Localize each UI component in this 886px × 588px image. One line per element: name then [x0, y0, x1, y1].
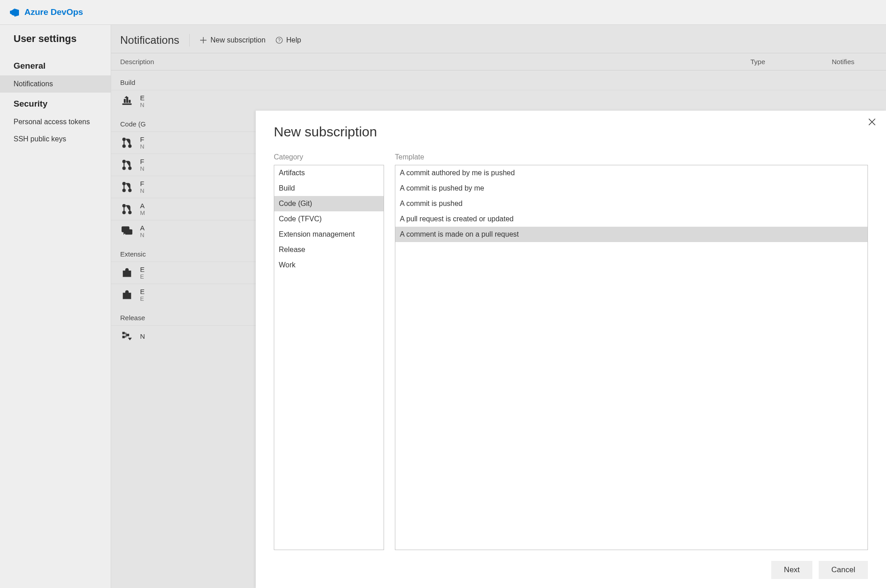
- dialog-footer: Next Cancel: [274, 550, 868, 579]
- row-subtitle: N: [140, 232, 145, 238]
- svg-rect-17: [122, 336, 124, 338]
- template-option[interactable]: A commit is pushed: [395, 196, 867, 211]
- svg-point-3: [123, 145, 125, 147]
- sidebar: User settings General Notifications Secu…: [0, 25, 111, 588]
- row-subtitle: N: [140, 102, 145, 108]
- row-title: F: [140, 180, 144, 187]
- plus-icon: [200, 37, 207, 44]
- col-type: Type: [750, 58, 832, 65]
- product-logo[interactable]: Azure DevOps: [9, 7, 83, 18]
- template-column-label: Template: [395, 153, 424, 161]
- cancel-button[interactable]: Cancel: [819, 561, 868, 579]
- sidebar-item-notifications[interactable]: Notifications: [0, 75, 111, 93]
- product-name: Azure DevOps: [24, 7, 83, 17]
- category-option[interactable]: Work: [274, 257, 384, 273]
- svg-point-9: [123, 189, 125, 191]
- col-description: Description: [120, 58, 750, 65]
- page-header: Notifications New subscription ? Help: [111, 25, 886, 53]
- notification-row[interactable]: EN: [111, 90, 886, 112]
- svg-rect-18: [127, 334, 129, 336]
- row-subtitle: E: [140, 273, 145, 280]
- build-icon: [120, 94, 134, 108]
- row-subtitle: M: [140, 210, 145, 216]
- top-header: Azure DevOps: [0, 0, 886, 25]
- sidebar-item-pat[interactable]: Personal access tokens: [0, 113, 111, 131]
- row-title: E: [140, 94, 145, 102]
- template-option[interactable]: A pull request is created or updated: [395, 211, 867, 227]
- svg-point-10: [129, 189, 131, 191]
- row-title: N: [140, 332, 145, 340]
- pr-icon: [120, 202, 134, 216]
- category-option[interactable]: Code (Git): [274, 196, 384, 211]
- svg-rect-15: [126, 230, 132, 234]
- row-title: F: [140, 135, 144, 143]
- template-listbox[interactable]: A commit authored by me is pushedA commi…: [395, 165, 868, 550]
- sidebar-title: User settings: [0, 33, 111, 55]
- help-button[interactable]: ? Help: [276, 36, 301, 44]
- category-option[interactable]: Code (TFVC): [274, 211, 384, 227]
- row-title: A: [140, 202, 145, 210]
- next-button[interactable]: Next: [771, 561, 812, 579]
- row-subtitle: N: [140, 187, 144, 194]
- svg-point-13: [129, 211, 131, 214]
- category-option[interactable]: Release: [274, 242, 384, 257]
- dialog-close-button[interactable]: [868, 118, 876, 128]
- new-subscription-dialog: New subscription Category Template Artif…: [256, 111, 886, 588]
- bag-icon: [120, 288, 134, 302]
- row-subtitle: N: [140, 143, 144, 150]
- svg-point-6: [123, 167, 125, 169]
- svg-point-4: [129, 145, 131, 147]
- pr-icon: [120, 158, 134, 172]
- template-option[interactable]: A commit authored by me is pushed: [395, 165, 867, 181]
- help-label: Help: [286, 36, 301, 44]
- svg-text:?: ?: [278, 38, 281, 43]
- row-title: F: [140, 158, 144, 165]
- svg-point-2: [123, 138, 125, 140]
- help-icon: ?: [276, 37, 283, 44]
- svg-point-5: [123, 160, 125, 163]
- category-listbox[interactable]: ArtifactsBuildCode (Git)Code (TFVC)Exten…: [274, 165, 384, 550]
- close-icon: [868, 118, 876, 126]
- sidebar-group-security: Security: [0, 93, 111, 113]
- column-headers: Description Type Notifies: [111, 53, 886, 70]
- category-column-label: Category: [274, 153, 384, 161]
- category-option[interactable]: Extension management: [274, 227, 384, 242]
- row-title: E: [140, 288, 145, 295]
- release-icon: [120, 329, 134, 343]
- azure-devops-icon: [9, 7, 20, 18]
- chat-icon: [120, 224, 134, 238]
- sidebar-group-general: General: [0, 55, 111, 75]
- bag-icon: [120, 266, 134, 280]
- pr-icon: [120, 136, 134, 149]
- col-notifies: Notifies: [832, 58, 877, 65]
- svg-point-8: [123, 182, 125, 185]
- new-subscription-label: New subscription: [211, 36, 266, 44]
- row-subtitle: N: [140, 165, 144, 172]
- category-option[interactable]: Build: [274, 181, 384, 196]
- row-title: E: [140, 266, 145, 273]
- new-subscription-button[interactable]: New subscription: [200, 36, 266, 44]
- template-option[interactable]: A commit is pushed by me: [395, 181, 867, 196]
- row-title: A: [140, 224, 145, 232]
- pr-icon: [120, 180, 134, 194]
- row-subtitle: E: [140, 295, 145, 302]
- template-option[interactable]: A comment is made on a pull request: [395, 227, 867, 242]
- page-title: Notifications: [120, 34, 190, 47]
- svg-point-12: [123, 211, 125, 214]
- main-content: Notifications New subscription ? Help De…: [111, 25, 886, 588]
- category-option[interactable]: Artifacts: [274, 165, 384, 181]
- svg-point-7: [129, 167, 131, 169]
- svg-point-11: [123, 205, 125, 207]
- group-label: Build: [111, 70, 886, 90]
- dialog-title: New subscription: [274, 124, 868, 140]
- sidebar-item-ssh[interactable]: SSH public keys: [0, 131, 111, 148]
- svg-rect-16: [122, 332, 124, 334]
